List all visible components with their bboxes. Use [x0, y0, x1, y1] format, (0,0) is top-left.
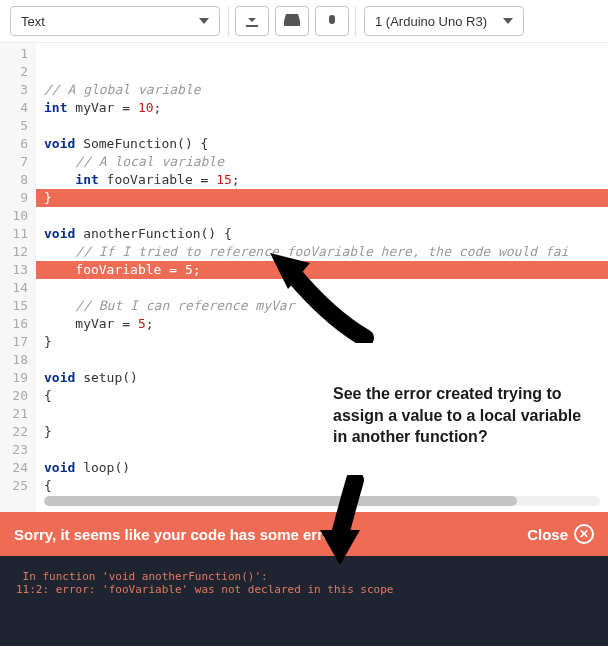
- code-line[interactable]: }: [36, 189, 608, 207]
- error-console: In function 'void anotherFunction()': 11…: [0, 556, 608, 646]
- code-line[interactable]: {: [36, 387, 608, 405]
- code-line[interactable]: int fooVariable = 15;: [36, 171, 608, 189]
- line-number: 12: [0, 243, 36, 261]
- line-number: 14: [0, 279, 36, 297]
- code-line[interactable]: // A local variable: [36, 153, 608, 171]
- code-line[interactable]: [36, 279, 608, 297]
- code-line[interactable]: int myVar = 10;: [36, 99, 608, 117]
- line-number: 3: [0, 81, 36, 99]
- code-line[interactable]: [36, 405, 608, 423]
- caret-down-icon: [503, 18, 513, 24]
- debug-button[interactable]: [315, 6, 349, 36]
- toolbar: Text 1 (Arduino Uno R3): [0, 0, 608, 42]
- mode-dropdown-label: Text: [21, 14, 45, 29]
- download-icon: [244, 12, 260, 31]
- line-number: 5: [0, 117, 36, 135]
- line-number: 24: [0, 459, 36, 477]
- code-line[interactable]: // But I can reference myVar: [36, 297, 608, 315]
- code-line[interactable]: fooVariable = 5;: [36, 261, 608, 279]
- line-number: 9: [0, 189, 36, 207]
- line-number: 25: [0, 477, 36, 495]
- code-line[interactable]: void SomeFunction() {: [36, 135, 608, 153]
- line-number: 23: [0, 441, 36, 459]
- close-icon: ✕: [574, 524, 594, 544]
- code-line[interactable]: // If I tried to reference fooVariable h…: [36, 243, 608, 261]
- line-number: 17: [0, 333, 36, 351]
- code-line[interactable]: myVar = 5;: [36, 315, 608, 333]
- tool-group: [228, 6, 356, 36]
- line-number: 6: [0, 135, 36, 153]
- error-banner: Sorry, it seems like your code has some …: [0, 512, 608, 556]
- inbox-icon: [283, 13, 301, 30]
- line-number: 11: [0, 225, 36, 243]
- code-area[interactable]: // A global variableint myVar = 10;void …: [36, 43, 608, 512]
- line-number: 22: [0, 423, 36, 441]
- error-close-label: Close: [527, 526, 568, 543]
- upload-button[interactable]: [275, 6, 309, 36]
- code-line[interactable]: }: [36, 333, 608, 351]
- error-close-button[interactable]: Close ✕: [527, 524, 594, 544]
- line-number: 7: [0, 153, 36, 171]
- caret-down-icon: [199, 18, 209, 24]
- horizontal-scrollbar[interactable]: [44, 496, 600, 506]
- board-dropdown-label: 1 (Arduino Uno R3): [375, 14, 487, 29]
- code-line[interactable]: [36, 207, 608, 225]
- download-button[interactable]: [235, 6, 269, 36]
- line-number: 2: [0, 63, 36, 81]
- bug-icon: [324, 12, 340, 31]
- code-line[interactable]: void loop(): [36, 459, 608, 477]
- line-number: 10: [0, 207, 36, 225]
- code-line[interactable]: [36, 117, 608, 135]
- line-number: 18: [0, 351, 36, 369]
- line-number: 15: [0, 297, 36, 315]
- code-editor[interactable]: 1234567891011121314151617181920212223242…: [0, 42, 608, 512]
- code-line[interactable]: {: [36, 477, 608, 495]
- code-line[interactable]: [36, 351, 608, 369]
- line-number: 8: [0, 171, 36, 189]
- code-line[interactable]: void anotherFunction() {: [36, 225, 608, 243]
- scrollbar-thumb[interactable]: [44, 496, 517, 506]
- line-number: 1: [0, 45, 36, 63]
- code-line[interactable]: }: [36, 423, 608, 441]
- line-number-gutter: 1234567891011121314151617181920212223242…: [0, 43, 36, 512]
- code-line[interactable]: // A global variable: [36, 81, 608, 99]
- line-number: 21: [0, 405, 36, 423]
- line-number: 19: [0, 369, 36, 387]
- line-number: 13: [0, 261, 36, 279]
- line-number: 20: [0, 387, 36, 405]
- line-number: 4: [0, 99, 36, 117]
- code-line[interactable]: [36, 441, 608, 459]
- board-dropdown[interactable]: 1 (Arduino Uno R3): [364, 6, 524, 36]
- error-banner-message: Sorry, it seems like your code has some …: [14, 526, 351, 543]
- mode-dropdown[interactable]: Text: [10, 6, 220, 36]
- code-line[interactable]: void setup(): [36, 369, 608, 387]
- line-number: 16: [0, 315, 36, 333]
